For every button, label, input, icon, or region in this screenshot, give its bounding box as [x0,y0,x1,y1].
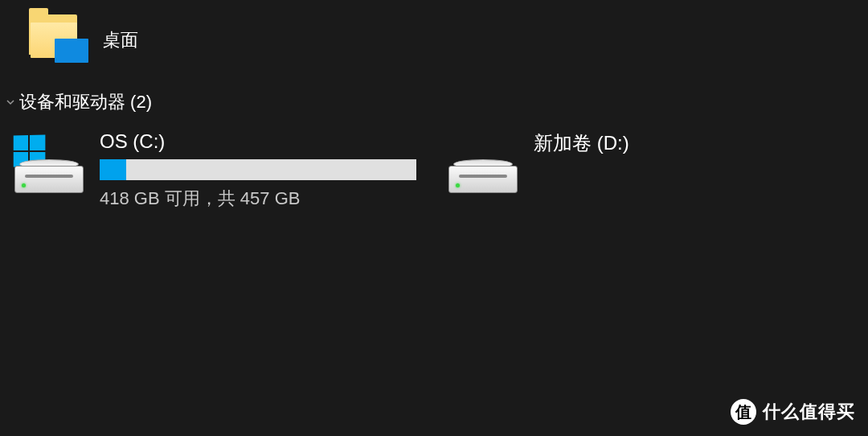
desktop-folder[interactable]: 桌面 [29,14,138,66]
drive-name: 新加卷 (D:) [534,130,629,156]
watermark: 值 什么值得买 [731,399,855,425]
usage-bar [100,159,416,180]
drive-info: 新加卷 (D:) [534,130,629,156]
watermark-badge-icon: 值 [731,399,756,425]
devices-drives-header[interactable]: 设备和驱动器 (2) [5,90,868,114]
drive-d[interactable]: 新加卷 (D:) [448,130,629,211]
usage-fill [100,159,126,180]
usage-text: 418 GB 可用，共 457 GB [100,187,416,211]
watermark-text: 什么值得买 [763,400,855,424]
drive-icon [448,137,518,193]
drive-c[interactable]: OS (C:) 418 GB 可用，共 457 GB [14,130,416,211]
drive-os-icon [14,137,84,193]
folder-desktop-icon [29,14,85,66]
drive-name: OS (C:) [100,130,416,153]
folder-label: 桌面 [103,28,138,52]
drive-info: OS (C:) 418 GB 可用，共 457 GB [100,130,416,211]
section-title: 设备和驱动器 (2) [19,90,152,114]
chevron-down-icon [5,97,16,108]
